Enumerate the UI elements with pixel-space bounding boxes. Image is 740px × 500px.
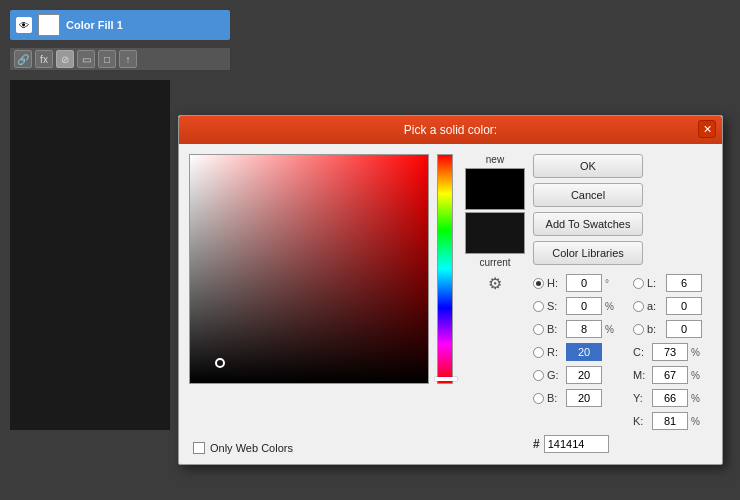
k-row: K: % bbox=[633, 411, 703, 431]
l-row: L: bbox=[633, 273, 703, 293]
m-row: M: % bbox=[633, 365, 703, 385]
b-label: B: bbox=[547, 323, 563, 335]
s-unit: % bbox=[605, 301, 617, 312]
r-label: R: bbox=[547, 346, 563, 358]
s-radio[interactable] bbox=[533, 301, 544, 312]
hex-row: # bbox=[533, 435, 712, 453]
h-radio[interactable] bbox=[533, 278, 544, 289]
current-label: current bbox=[479, 257, 510, 268]
h-row: H: ° bbox=[533, 273, 617, 293]
cancel-button[interactable]: Cancel bbox=[533, 183, 643, 207]
dialog-title-bar: Pick a solid color: ✕ bbox=[179, 116, 722, 144]
y-label: Y: bbox=[633, 392, 649, 404]
h-input[interactable] bbox=[566, 274, 602, 292]
color-libraries-button[interactable]: Color Libraries bbox=[533, 241, 643, 265]
b2-radio[interactable] bbox=[533, 393, 544, 404]
dialog-title: Pick a solid color: bbox=[404, 123, 497, 137]
tool-link[interactable]: 🔗 bbox=[14, 50, 32, 68]
input-section: H: ° S: % B: bbox=[533, 273, 712, 431]
canvas-area bbox=[10, 80, 170, 430]
ok-button[interactable]: OK bbox=[533, 154, 643, 178]
b2-input[interactable] bbox=[566, 389, 602, 407]
tool-group[interactable]: □ bbox=[98, 50, 116, 68]
c-unit: % bbox=[691, 347, 703, 358]
b2-row: B: bbox=[533, 388, 617, 408]
blab-label: b: bbox=[647, 323, 663, 335]
hex-input[interactable] bbox=[544, 435, 609, 453]
r-input[interactable] bbox=[566, 343, 602, 361]
y-row: Y: % bbox=[633, 388, 703, 408]
k-input[interactable] bbox=[652, 412, 688, 430]
color-cursor bbox=[215, 358, 225, 368]
g-label: G: bbox=[547, 369, 563, 381]
l-radio[interactable] bbox=[633, 278, 644, 289]
layer-thumbnail bbox=[38, 14, 60, 36]
tool-new[interactable]: ↑ bbox=[119, 50, 137, 68]
b2-label: B: bbox=[547, 392, 563, 404]
layer-name: Color Fill 1 bbox=[66, 19, 123, 31]
eye-icon[interactable]: 👁 bbox=[16, 17, 32, 33]
eyedropper-icon[interactable]: ⚙ bbox=[488, 274, 502, 293]
a-label: a: bbox=[647, 300, 663, 312]
h-unit: ° bbox=[605, 278, 617, 289]
y-unit: % bbox=[691, 393, 703, 404]
tool-fx[interactable]: fx bbox=[35, 50, 53, 68]
b-input[interactable] bbox=[566, 320, 602, 338]
g-radio[interactable] bbox=[533, 370, 544, 381]
s-label: S: bbox=[547, 300, 563, 312]
lab-cmyk-col: L: a: b: bbox=[633, 273, 703, 431]
y-input[interactable] bbox=[652, 389, 688, 407]
k-unit: % bbox=[691, 416, 703, 427]
hue-slider[interactable] bbox=[437, 154, 453, 384]
right-panel: OK Cancel Add To Swatches Color Librarie… bbox=[533, 154, 712, 454]
g-input[interactable] bbox=[566, 366, 602, 384]
hsb-rgb-col: H: ° S: % B: bbox=[533, 273, 617, 431]
hex-label: # bbox=[533, 437, 540, 451]
c-input[interactable] bbox=[652, 343, 688, 361]
blab-input[interactable] bbox=[666, 320, 702, 338]
blab-radio[interactable] bbox=[633, 324, 644, 335]
b-row: B: % bbox=[533, 319, 617, 339]
swatch-new[interactable] bbox=[465, 168, 525, 210]
m-unit: % bbox=[691, 370, 703, 381]
b-unit: % bbox=[605, 324, 617, 335]
add-to-swatches-button[interactable]: Add To Swatches bbox=[533, 212, 643, 236]
only-web-colors-label: Only Web Colors bbox=[210, 442, 293, 454]
layer-tools: 🔗 fx ⊘ ▭ □ ↑ bbox=[10, 48, 230, 70]
layer-bar: 👁 Color Fill 1 bbox=[10, 10, 230, 40]
h-label: H: bbox=[547, 277, 563, 289]
preview-area: new current ⚙ bbox=[465, 154, 525, 454]
dialog-close-button[interactable]: ✕ bbox=[698, 120, 716, 138]
a-input[interactable] bbox=[666, 297, 702, 315]
button-group: OK Cancel Add To Swatches Color Librarie… bbox=[533, 154, 712, 265]
r-row: R: bbox=[533, 342, 617, 362]
m-label: M: bbox=[633, 369, 649, 381]
only-web-colors-row: Only Web Colors bbox=[193, 442, 293, 454]
a-radio[interactable] bbox=[633, 301, 644, 312]
blab-row: b: bbox=[633, 319, 703, 339]
color-saturation-brightness-field[interactable] bbox=[189, 154, 429, 384]
color-picker-dialog: Pick a solid color: ✕ new current ⚙ bbox=[178, 115, 723, 465]
c-label: C: bbox=[633, 346, 649, 358]
tool-adj[interactable]: ▭ bbox=[77, 50, 95, 68]
c-row: C: % bbox=[633, 342, 703, 362]
a-row: a: bbox=[633, 296, 703, 316]
dialog-body: new current ⚙ OK Cancel Add To Swatches … bbox=[179, 144, 722, 464]
m-input[interactable] bbox=[652, 366, 688, 384]
l-label: L: bbox=[647, 277, 663, 289]
hue-cursor bbox=[435, 377, 457, 381]
tool-mask[interactable]: ⊘ bbox=[56, 50, 74, 68]
new-label: new bbox=[486, 154, 504, 165]
l-input[interactable] bbox=[666, 274, 702, 292]
b-radio[interactable] bbox=[533, 324, 544, 335]
s-input[interactable] bbox=[566, 297, 602, 315]
r-radio[interactable] bbox=[533, 347, 544, 358]
only-web-colors-checkbox[interactable] bbox=[193, 442, 205, 454]
color-field-wrap bbox=[189, 154, 429, 384]
g-row: G: bbox=[533, 365, 617, 385]
k-label: K: bbox=[633, 415, 649, 427]
swatch-current[interactable] bbox=[465, 212, 525, 254]
s-row: S: % bbox=[533, 296, 617, 316]
